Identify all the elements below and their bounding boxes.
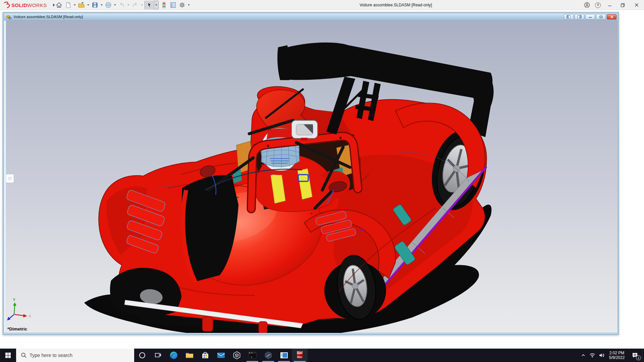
- taskbar-app-edge[interactable]: [166, 349, 181, 362]
- redo-icon: [132, 2, 139, 8]
- model-view: Y X: [4, 20, 618, 333]
- close-button[interactable]: [629, 0, 644, 10]
- window-app-icon: [280, 351, 288, 360]
- options-dropdown[interactable]: [186, 1, 191, 9]
- orientation-triad: Y X: [7, 298, 31, 320]
- open-dropdown[interactable]: [86, 1, 90, 9]
- redo-dropdown[interactable]: [140, 1, 144, 9]
- doc-minimize-button[interactable]: [585, 14, 595, 19]
- rebuild-traffic-light-icon: [161, 2, 167, 8]
- show-desktop-button[interactable]: [642, 349, 644, 362]
- sw-year: 2021: [292, 356, 308, 358]
- sw-letters: SW: [292, 351, 308, 355]
- home-button[interactable]: [54, 1, 63, 9]
- tray-volume-button[interactable]: [597, 349, 606, 362]
- app-window-controls: ?: [581, 0, 644, 10]
- taskbar-app-3d-viewer[interactable]: [229, 349, 245, 362]
- save-dropdown[interactable]: [99, 1, 104, 9]
- print-icon: [105, 2, 112, 8]
- restore-button[interactable]: [616, 0, 629, 10]
- taskbar-app-file-explorer[interactable]: [181, 349, 197, 362]
- new-document-icon: [65, 2, 71, 8]
- tray-network-button[interactable]: [588, 349, 597, 362]
- taskbar-app-store[interactable]: [197, 349, 213, 362]
- taskbar-app-command-prompt[interactable]: C:\: [245, 349, 260, 362]
- new-dropdown[interactable]: [72, 1, 77, 9]
- graphics-viewport[interactable]: Y X *Dimetric: [4, 20, 618, 333]
- document-titlebar[interactable]: Voiture assomblee.SLDASM [Read-only]: [4, 13, 618, 20]
- select-dropdown[interactable]: [154, 1, 158, 9]
- select-tool-button[interactable]: [145, 1, 154, 9]
- windows-logo-icon: [5, 352, 11, 358]
- wifi-icon: [589, 353, 595, 358]
- app-title: Voiture assomblee.SLDASM [Read-only]: [360, 0, 432, 10]
- taskbar-app-mail[interactable]: [213, 349, 229, 362]
- mail-icon: [217, 351, 225, 360]
- notification-badge: 1: [636, 355, 641, 360]
- flyout-circle-icon: [8, 177, 11, 180]
- document-window: Voiture assomblee.SLDASM [Read-only]: [3, 12, 619, 335]
- file-properties-button[interactable]: [168, 1, 177, 9]
- triad-y-label: Y: [13, 298, 15, 302]
- doc-restore-button[interactable]: [596, 14, 606, 19]
- pane-left-button[interactable]: [564, 14, 574, 19]
- pane-right-button[interactable]: [575, 14, 584, 19]
- assembly-icon: [6, 14, 11, 19]
- cortana-icon: [139, 352, 146, 359]
- tray-clock[interactable]: 2:02 PM 5/9/2022: [606, 349, 628, 362]
- new-document-button[interactable]: [63, 1, 72, 9]
- options-button[interactable]: [177, 1, 186, 9]
- print-button[interactable]: [104, 1, 113, 9]
- file-properties-icon: [170, 2, 176, 8]
- restore-icon: [621, 3, 625, 7]
- taskbar-search[interactable]: [16, 349, 134, 362]
- quick-access-toolbar: [54, 0, 191, 10]
- doc-restore-icon: [599, 15, 603, 18]
- task-view-button[interactable]: [150, 349, 166, 362]
- close-icon: [635, 3, 639, 7]
- help-button[interactable]: ?: [592, 0, 603, 10]
- action-center-button[interactable]: 1: [628, 349, 642, 362]
- solidworks-logo: SOLIDWORKS: [3, 0, 55, 10]
- print-dropdown[interactable]: [113, 1, 117, 9]
- taskbar-app-hexagon[interactable]: [260, 349, 276, 362]
- cmd-label: C:\: [249, 352, 253, 354]
- race-car-model: [84, 43, 494, 333]
- undo-button[interactable]: [117, 1, 126, 9]
- cortana-button[interactable]: [134, 349, 150, 362]
- pane-left-icon: [567, 15, 571, 18]
- start-button[interactable]: [0, 349, 16, 362]
- volume-icon: [599, 353, 605, 358]
- 3d-viewer-icon: [232, 351, 241, 360]
- file-explorer-icon: [185, 351, 194, 360]
- document-window-controls: [564, 14, 616, 19]
- task-view-icon: [154, 352, 162, 359]
- app-titlebar: SOLIDWORKS: [0, 0, 644, 10]
- taskbar-app-solidworks[interactable]: SW 2021: [292, 349, 308, 362]
- select-tool-group: [145, 1, 159, 9]
- search-input[interactable]: [29, 352, 123, 358]
- hexagon-app-icon: [264, 351, 273, 360]
- feature-tree-flyout-tab[interactable]: [6, 174, 14, 183]
- tray-time: 2:02 PM: [609, 351, 625, 355]
- store-icon: [201, 351, 210, 360]
- doc-close-icon: [610, 15, 613, 18]
- taskbar-app-window[interactable]: [276, 349, 292, 362]
- document-title: Voiture assomblee.SLDASM [Read-only]: [13, 15, 564, 19]
- open-button[interactable]: [77, 1, 86, 9]
- account-button[interactable]: [581, 0, 592, 10]
- brand-solid: SOLID: [11, 2, 27, 8]
- minimize-button[interactable]: [603, 0, 616, 10]
- save-button[interactable]: [90, 1, 99, 9]
- view-orientation-label: *Dimetric: [7, 326, 27, 331]
- minimize-icon: [608, 3, 612, 7]
- chevron-up-icon: [581, 353, 586, 358]
- redo-button[interactable]: [130, 1, 140, 9]
- doc-close-button[interactable]: [607, 14, 616, 19]
- taskbar: C:\ SW 2021 2:: [0, 349, 644, 362]
- tray-chevron-button[interactable]: [579, 349, 588, 362]
- rebuild-button[interactable]: [159, 1, 168, 9]
- home-icon: [56, 2, 62, 8]
- undo-dropdown[interactable]: [126, 1, 130, 9]
- screen: SOLIDWORKS: [0, 0, 644, 362]
